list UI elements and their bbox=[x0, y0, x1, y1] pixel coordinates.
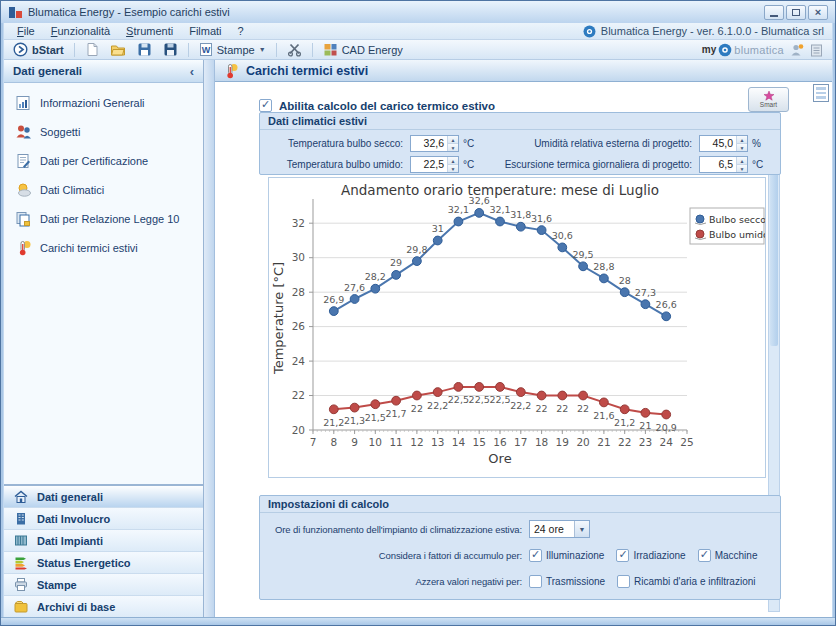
sidebar-item-informazioni-generali[interactable]: Informazioni Generali bbox=[4, 88, 203, 117]
nav-dati-generali[interactable]: Dati generali bbox=[4, 485, 203, 507]
svg-text:21,3: 21,3 bbox=[344, 415, 365, 426]
svg-text:22: 22 bbox=[536, 403, 548, 414]
sidebar-item-dati-certificazione[interactable]: Dati per Certificazione bbox=[4, 146, 203, 175]
field-escursione-termica: Escursione termica giornaliera di proget… bbox=[483, 156, 772, 173]
hours-row: Ore di funzionamento dell'impianto di cl… bbox=[266, 519, 774, 539]
spin-down-button[interactable]: ▼ bbox=[448, 165, 458, 172]
menu-strumenti[interactable]: Strumenti bbox=[118, 24, 181, 38]
option-trasmissione[interactable]: Trasmissione bbox=[529, 575, 605, 588]
irradiazione-checkbox[interactable] bbox=[616, 549, 629, 562]
sidebar: Dati generali ‹ Informazioni Generali So… bbox=[4, 60, 204, 617]
svg-text:21: 21 bbox=[597, 436, 610, 448]
notes-icon[interactable] bbox=[810, 43, 823, 57]
tool-bar: bStart W Stampe bbox=[4, 40, 832, 60]
sidebar-bottom-nav: Dati generali Dati Involucro Dati Impian… bbox=[4, 484, 203, 617]
svg-text:15: 15 bbox=[473, 436, 486, 448]
page-header: Carichi termici estivi bbox=[215, 60, 832, 82]
bulbo-umido-input[interactable]: 22,5 ▲ ▼ bbox=[410, 156, 459, 173]
sidebar-item-soggetti[interactable]: Soggetti bbox=[4, 117, 203, 146]
svg-text:22,5: 22,5 bbox=[489, 394, 510, 405]
menu-filmati[interactable]: Filmati bbox=[181, 24, 229, 38]
hours-dropdown[interactable]: 24 ore ▼ bbox=[529, 520, 590, 538]
svg-text:14: 14 bbox=[452, 436, 466, 448]
tools-button[interactable] bbox=[283, 41, 306, 58]
new-file-icon bbox=[85, 42, 99, 57]
collapse-panel-button[interactable] bbox=[813, 84, 829, 102]
svg-text:16: 16 bbox=[493, 436, 507, 448]
spin-down-button[interactable]: ▼ bbox=[448, 144, 458, 151]
svg-text:32,1: 32,1 bbox=[489, 204, 510, 215]
svg-text:22,5: 22,5 bbox=[448, 394, 469, 405]
sidebar-item-carichi-termici-estivi[interactable]: Carichi termici estivi bbox=[4, 233, 203, 262]
option-illuminazione[interactable]: Illuminazione bbox=[529, 549, 604, 562]
menu-funzionalita[interactable]: Funzionalità bbox=[43, 24, 118, 38]
spin-up-button[interactable]: ▲ bbox=[737, 136, 747, 144]
minimize-button[interactable] bbox=[764, 5, 784, 20]
spin-down-button[interactable]: ▼ bbox=[737, 144, 747, 151]
spin-up-button[interactable]: ▲ bbox=[737, 157, 747, 165]
stampe-button[interactable]: W Stampe ▼ bbox=[195, 41, 270, 58]
sidebar-splitter[interactable] bbox=[204, 60, 215, 617]
open-file-button[interactable] bbox=[106, 41, 130, 58]
collapse-sidebar-button[interactable]: ‹ bbox=[190, 64, 194, 79]
close-button[interactable]: × bbox=[808, 5, 828, 20]
svg-text:29: 29 bbox=[390, 257, 402, 268]
svg-text:19: 19 bbox=[556, 436, 569, 448]
svg-text:26: 26 bbox=[292, 320, 306, 332]
title-bar: Blumatica Energy - Esempio carichi estiv… bbox=[1, 1, 835, 23]
blumatica-logo-icon bbox=[583, 25, 596, 38]
svg-text:29,8: 29,8 bbox=[406, 244, 427, 255]
svg-text:12: 12 bbox=[410, 436, 423, 448]
illuminazione-checkbox[interactable] bbox=[529, 549, 542, 562]
option-irradiazione[interactable]: Irradiazione bbox=[616, 549, 685, 562]
svg-text:22: 22 bbox=[577, 403, 589, 414]
save-all-button[interactable] bbox=[159, 41, 182, 58]
option-ricambi-aria[interactable]: Ricambi d'aria e infiltrazioni bbox=[617, 575, 755, 588]
spin-up-button[interactable]: ▲ bbox=[448, 157, 458, 165]
bstart-button[interactable]: bStart bbox=[9, 41, 68, 58]
svg-text:17: 17 bbox=[514, 436, 527, 448]
svg-text:21,2: 21,2 bbox=[614, 417, 635, 428]
save-all-icon bbox=[163, 42, 178, 57]
sidebar-item-dati-relazione-legge10[interactable]: Dati per Relazione Legge 10 bbox=[4, 204, 203, 233]
blumatica-globe-icon bbox=[718, 43, 732, 57]
spin-up-button[interactable]: ▲ bbox=[448, 136, 458, 144]
svg-text:28: 28 bbox=[619, 275, 631, 286]
svg-text:20: 20 bbox=[292, 424, 305, 436]
menu-file[interactable]: File bbox=[9, 24, 43, 38]
svg-text:27,6: 27,6 bbox=[344, 282, 365, 293]
main-content: Carichi termici estivi Abilita calcolo d… bbox=[215, 60, 832, 617]
bulbo-secco-input[interactable]: 32,6 ▲ ▼ bbox=[410, 135, 459, 152]
cad-energy-button[interactable]: CAD Energy bbox=[319, 41, 407, 58]
general-info-icon bbox=[15, 95, 32, 111]
umidita-input[interactable]: 45,0 ▲ ▼ bbox=[699, 135, 748, 152]
maximize-button[interactable] bbox=[786, 5, 806, 20]
nav-archivi-di-base[interactable]: Archivi di base bbox=[4, 595, 203, 617]
svg-text:21: 21 bbox=[639, 420, 651, 431]
spin-down-button[interactable]: ▼ bbox=[737, 165, 747, 172]
trasmissione-checkbox[interactable] bbox=[529, 575, 542, 588]
svg-text:10: 10 bbox=[369, 436, 382, 448]
nav-dati-involucro[interactable]: Dati Involucro bbox=[4, 507, 203, 529]
nav-stampe[interactable]: Stampe bbox=[4, 573, 203, 595]
sidebar-item-dati-climatici[interactable]: Dati Climatici bbox=[4, 175, 203, 204]
save-button[interactable] bbox=[133, 41, 156, 58]
svg-text:32: 32 bbox=[292, 217, 305, 229]
dropdown-arrow-icon[interactable]: ▼ bbox=[574, 521, 589, 537]
new-file-button[interactable] bbox=[81, 41, 103, 58]
user-account-icon[interactable] bbox=[790, 43, 804, 57]
nav-dati-impianti[interactable]: Dati Impianti bbox=[4, 529, 203, 551]
status-bar bbox=[1, 617, 835, 625]
smart-button[interactable]: Smart bbox=[748, 87, 789, 112]
enable-summer-load-checkbox[interactable] bbox=[259, 99, 272, 112]
nav-status-energetico[interactable]: Status Energetico bbox=[4, 551, 203, 573]
macchine-checkbox[interactable] bbox=[698, 549, 711, 562]
word-document-icon: W bbox=[199, 42, 213, 57]
my-blumatica-logo[interactable]: my blumatica bbox=[702, 43, 784, 57]
option-macchine[interactable]: Macchine bbox=[698, 549, 758, 562]
page-body: Abilita calcolo del carico termico estiv… bbox=[215, 82, 832, 617]
menu-help[interactable]: ? bbox=[230, 24, 252, 38]
chevron-down-icon: ▼ bbox=[259, 46, 266, 53]
escursione-input[interactable]: 6,5 ▲ ▼ bbox=[699, 156, 748, 173]
ricambi-aria-checkbox[interactable] bbox=[617, 575, 630, 588]
